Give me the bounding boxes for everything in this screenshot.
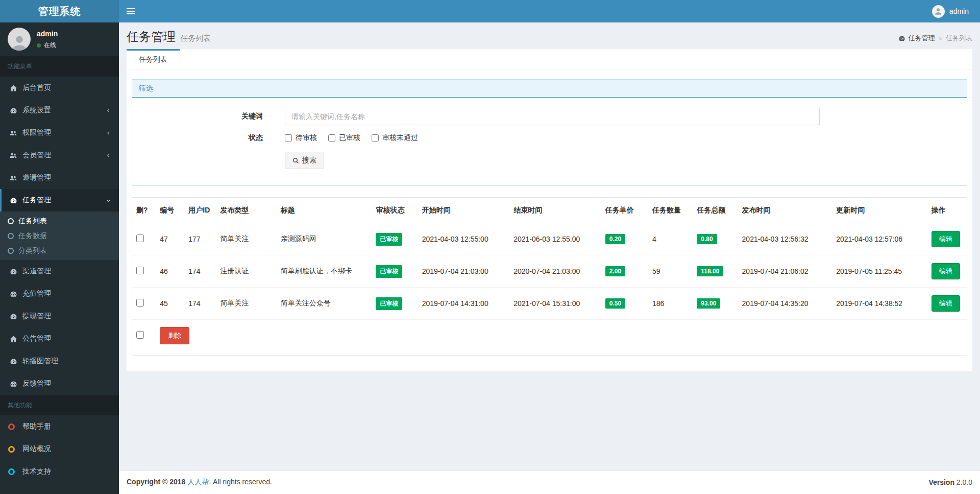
users-icon <box>8 152 19 159</box>
col-header-unit-price: 任务单价 <box>601 198 648 223</box>
table-row: 47 177 简单关注 亲测源码网 已审核 2021-04-03 12:55:0… <box>132 223 967 255</box>
cell-end-time: 2020-07-04 21:03:00 <box>509 255 601 288</box>
sidebar-item-members[interactable]: 会员管理 <box>0 144 119 167</box>
navbar-user-menu[interactable]: admin <box>921 0 980 22</box>
sidebar-item-recharge[interactable]: 充值管理 <box>0 283 119 305</box>
tab-task-list[interactable]: 任务列表 <box>127 49 180 69</box>
cell-update-time: 2019-07-04 14:38:52 <box>832 288 927 320</box>
row-select-checkbox[interactable] <box>136 267 144 274</box>
status-badge: 已审核 <box>376 265 402 278</box>
tasks-submenu: 任务列表 任务数据 分类列表 <box>0 211 119 260</box>
keyword-input[interactable] <box>285 108 820 125</box>
sidebar-item-help-manual[interactable]: 帮助手册 <box>0 415 119 438</box>
chevron-left-icon <box>106 130 111 136</box>
sidebar-item-label: 网站概况 <box>22 444 51 454</box>
sidebar-item-label: 邀请管理 <box>22 173 51 182</box>
sidebar-item-label: 会员管理 <box>22 151 51 160</box>
delete-button[interactable]: 删除 <box>160 327 189 344</box>
sidebar-toggle-button[interactable] <box>119 0 142 22</box>
status-checkbox-rejected[interactable] <box>372 134 379 142</box>
gauge-icon <box>8 268 19 275</box>
breadcrumb: 任务管理 > 任务列表 <box>898 34 972 43</box>
content-wrapper: 任务管理任务列表 任务管理 > 任务列表 任务列表 筛选 <box>119 22 980 494</box>
chevron-down-icon <box>106 198 111 203</box>
topbar: 管理系统 admin <box>0 0 980 22</box>
status-option-pending[interactable]: 待审核 <box>285 133 317 143</box>
col-header-update-time: 更新时间 <box>832 198 927 223</box>
status-checkbox-approved[interactable] <box>328 134 335 142</box>
avatar <box>8 28 31 51</box>
gauge-icon <box>8 197 19 204</box>
edit-button[interactable]: 编辑 <box>932 295 960 312</box>
gauge-icon <box>8 107 19 114</box>
status-badge: 已审核 <box>376 297 402 310</box>
brand-logo[interactable]: 管理系统 <box>0 0 119 22</box>
cell-update-time: 2021-04-03 12:57:06 <box>832 223 927 255</box>
cell-publish-time: 2021-04-03 12:56:32 <box>738 223 832 255</box>
cell-start-time: 2021-04-03 12:55:00 <box>418 223 510 255</box>
sidebar-item-carousel[interactable]: 轮播图管理 <box>0 350 119 372</box>
breadcrumb-current: 任务列表 <box>946 34 972 43</box>
sidebar-item-announcements[interactable]: 公告管理 <box>0 327 119 350</box>
sidebar-item-feedback[interactable]: 反馈管理 <box>0 372 119 395</box>
col-header-title: 标题 <box>277 198 372 223</box>
sidebar-subitem-category-list[interactable]: 分类列表 <box>0 243 119 258</box>
row-select-checkbox[interactable] <box>136 299 144 307</box>
col-header-status: 审核状态 <box>372 198 418 223</box>
filter-panel-title: 筛选 <box>132 80 967 98</box>
search-button-label: 搜索 <box>302 156 316 165</box>
cell-end-time: 2021-07-04 15:31:00 <box>509 288 601 320</box>
status-checkbox-group: 待审核 已审核 审核未通过 <box>285 133 429 143</box>
sidebar-item-withdrawals[interactable]: 提现管理 <box>0 305 119 327</box>
sidebar-username: admin <box>37 30 58 38</box>
tab-panel: 任务列表 筛选 关键词 状态 <box>127 49 972 371</box>
status-checkbox-pending[interactable] <box>285 134 292 142</box>
cell-title: 简单刷脸认证，不绑卡 <box>277 255 372 288</box>
footer-brand-link[interactable]: 人人帮 <box>187 478 209 486</box>
footer-copyright: Copyright © 2018 人人帮. All rights reserve… <box>127 478 272 487</box>
row-select-checkbox[interactable] <box>136 234 144 242</box>
sidebar-subitem-label: 任务列表 <box>18 217 47 226</box>
hamburger-icon <box>127 8 135 9</box>
navbar-username: admin <box>949 7 969 15</box>
sidebar-section-header: 功能菜单 <box>0 56 119 77</box>
breadcrumb-parent[interactable]: 任务管理 <box>898 34 935 43</box>
col-header-total: 任务总额 <box>693 198 738 223</box>
sidebar-item-channels[interactable]: 渠道管理 <box>0 260 119 283</box>
app-screen: 管理系统 admin admin <box>0 0 980 494</box>
footer-copyright-text: Copyright © 2018 <box>127 478 185 486</box>
sidebar-item-tech-support[interactable]: 技术支持 <box>0 460 119 483</box>
edit-button[interactable]: 编辑 <box>932 263 960 279</box>
search-button[interactable]: 搜索 <box>285 152 324 169</box>
cell-user-id: 174 <box>184 288 216 320</box>
users-icon <box>8 129 19 137</box>
task-table-panel: 删? 编号 用户ID 发布类型 标题 审核状态 开始时间 结束时间 任务单价 <box>132 197 967 356</box>
sidebar-item-dashboard[interactable]: 后台首页 <box>0 77 119 99</box>
col-header-user-id: 用户ID <box>184 198 216 223</box>
sidebar-item-site-overview[interactable]: 网站概况 <box>0 438 119 460</box>
edit-button[interactable]: 编辑 <box>932 231 960 247</box>
gauge-icon <box>8 313 19 320</box>
col-header-delete: 删? <box>132 198 156 223</box>
status-option-rejected[interactable]: 审核未通过 <box>372 133 418 143</box>
sidebar-item-permissions[interactable]: 权限管理 <box>0 122 119 144</box>
cell-id: 46 <box>156 255 184 288</box>
sidebar-item-label: 轮播图管理 <box>22 357 58 366</box>
sidebar-item-label: 公告管理 <box>22 334 51 343</box>
sidebar-item-system-settings[interactable]: 系统设置 <box>0 99 119 122</box>
sidebar-subitem-task-data[interactable]: 任务数据 <box>0 228 119 243</box>
sidebar-item-label: 技术支持 <box>22 467 51 476</box>
sidebar-subitem-task-list[interactable]: 任务列表 <box>0 214 119 228</box>
user-status[interactable]: 在线 <box>37 41 58 50</box>
status-label: 状态 <box>132 133 285 143</box>
circle-o-icon <box>8 233 14 239</box>
home-icon <box>8 84 19 92</box>
breadcrumb-separator: > <box>938 35 942 42</box>
status-option-approved[interactable]: 已审核 <box>328 133 360 143</box>
users-icon <box>8 174 19 182</box>
sidebar-item-invitations[interactable]: 邀请管理 <box>0 167 119 189</box>
cell-quantity: 59 <box>648 255 693 288</box>
sidebar-item-tasks[interactable]: 任务管理 <box>0 189 119 211</box>
cell-publish-time: 2019-07-04 21:06:02 <box>738 255 832 288</box>
select-all-checkbox[interactable] <box>136 331 144 339</box>
